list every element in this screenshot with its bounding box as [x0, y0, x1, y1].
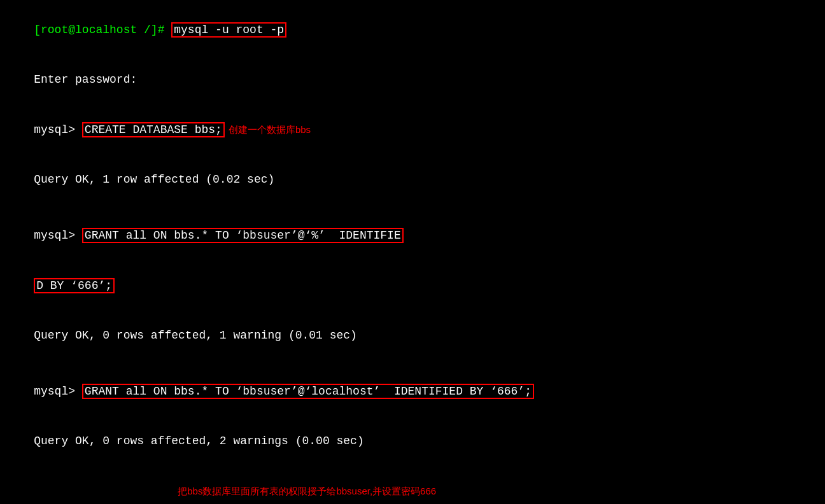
- line-8-annotation: 把bbs数据库里面所有表的权限授予给bbsuser,并设置密码666: [6, 466, 819, 504]
- command-7: GRANT all ON bbs.* TO ‘bbsuser’@‘localho…: [82, 384, 534, 399]
- line-4: Query OK, 1 row affected (0.02 sec): [6, 155, 819, 204]
- result-6: Query OK, 0 rows affected, 1 warning (0.…: [34, 329, 357, 342]
- prompt-1: [root@localhost /]#: [34, 24, 171, 36]
- line-5: mysql> GRANT all ON bbs.* TO ‘bbsuser’@‘…: [6, 211, 819, 260]
- spacer-1: [6, 204, 819, 211]
- line-7: mysql> GRANT all ON bbs.* TO ‘bbsuser’@‘…: [6, 367, 819, 416]
- line-2: Enter password:: [6, 55, 819, 104]
- annotation-8: 把bbs数据库里面所有表的权限授予给bbsuser,并设置密码666: [178, 486, 436, 496]
- spacer-2: [6, 360, 819, 367]
- line-3: mysql> CREATE DATABASE bbs;创建一个数据库bbs: [6, 105, 819, 155]
- terminal-window: [root@localhost /]# mysql -u root -p Ent…: [6, 5, 819, 504]
- mysql-prompt-3: mysql>: [34, 123, 82, 136]
- line-6: Query OK, 0 rows affected, 1 warning (0.…: [6, 311, 819, 360]
- line-1: [root@localhost /]# mysql -u root -p: [6, 5, 819, 55]
- line-8: Query OK, 0 rows affected, 2 warnings (0…: [6, 416, 819, 466]
- result-4: Query OK, 1 row affected (0.02 sec): [34, 173, 274, 186]
- mysql-prompt-5: mysql>: [34, 229, 82, 242]
- command-1: mysql -u root -p: [171, 22, 286, 38]
- line-5b: D BY ‘666’;: [6, 260, 819, 310]
- command-3: CREATE DATABASE bbs;: [82, 122, 225, 137]
- annotation-3: 创建一个数据库bbs: [229, 124, 311, 135]
- command-5: GRANT all ON bbs.* TO ‘bbsuser’@‘%’ IDEN…: [82, 228, 404, 243]
- result-8: Query OK, 0 rows affected, 2 warnings (0…: [34, 435, 363, 447]
- mysql-prompt-7: mysql>: [34, 385, 82, 398]
- command-5b: D BY ‘666’;: [34, 278, 115, 293]
- enter-password: Enter password:: [34, 73, 137, 86]
